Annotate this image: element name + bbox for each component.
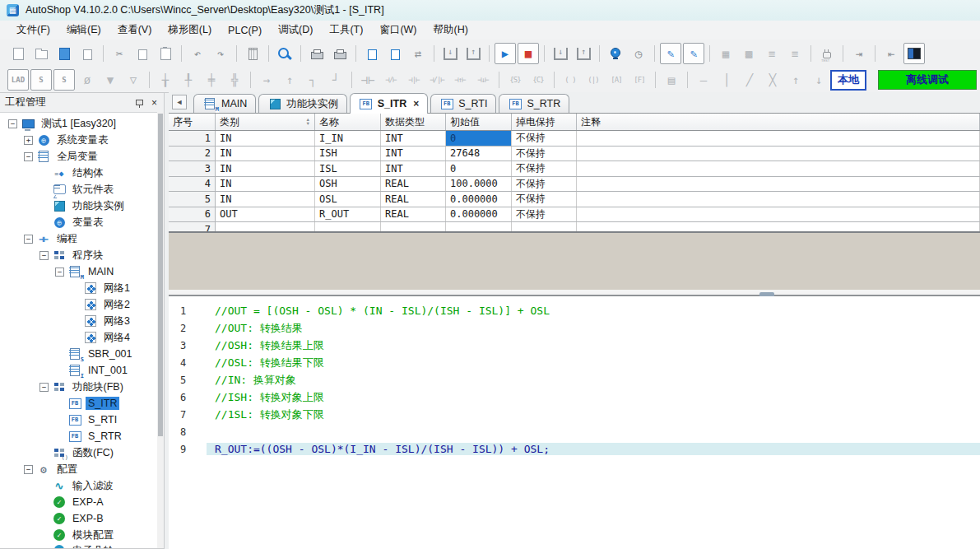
tree-item-22[interactable]: −配置 <box>0 461 157 477</box>
contact-n-button[interactable]: ⊣/|⊢ <box>426 69 448 91</box>
table-cell[interactable]: IN <box>216 192 315 207</box>
undo-button[interactable]: ↶ <box>187 43 208 64</box>
row-number-cell[interactable]: 6 <box>169 207 216 222</box>
line-up-button[interactable]: ↑ <box>785 69 806 91</box>
wire-corner-down-button[interactable]: ┐ <box>302 69 323 91</box>
close-icon[interactable]: × <box>151 98 157 108</box>
collapse-icon[interactable]: − <box>24 235 33 244</box>
arrow-hollow-down-button[interactable]: ▽ <box>123 69 144 91</box>
row-number-cell[interactable]: 4 <box>169 177 216 192</box>
copy-button[interactable] <box>132 43 153 64</box>
collapse-icon[interactable]: − <box>8 119 17 128</box>
table-cell[interactable]: OSH <box>315 177 381 192</box>
tree-item-25[interactable]: EXP-B <box>0 510 157 527</box>
table-cell[interactable]: OUT <box>216 207 315 222</box>
delete-cell-button[interactable]: ╬ <box>224 69 245 91</box>
code-line-text[interactable]: //1SL: 转换对象下限 <box>207 407 980 422</box>
arrow-solid-down-button[interactable]: ▼ <box>100 69 121 91</box>
table-cell[interactable] <box>577 161 980 176</box>
wire-right-button[interactable]: → <box>256 69 277 91</box>
table-cell[interactable]: 0.000000 <box>446 207 512 222</box>
save-all-button[interactable] <box>77 43 98 64</box>
table-cell[interactable]: I_IN <box>315 131 381 146</box>
h-line-button[interactable]: — <box>693 69 714 91</box>
login-button[interactable]: ⇥ <box>848 43 870 64</box>
tree-item-24[interactable]: EXP-A <box>0 494 157 510</box>
tab-s-rtr[interactable]: S_RTR <box>499 94 569 113</box>
download-program-button[interactable]: ↓ <box>550 43 571 64</box>
column-header-7[interactable]: 注释 <box>577 114 980 130</box>
table-cell[interactable] <box>577 147 980 161</box>
table-cell[interactable]: 0.000000 <box>446 192 512 207</box>
tree-item-8[interactable]: −编程 <box>0 230 157 247</box>
print-button[interactable] <box>329 43 351 64</box>
tab-s-itr[interactable]: S_ITR× <box>350 93 428 114</box>
coil-out-button[interactable]: ( ) <box>560 69 581 91</box>
menu-item-4[interactable]: 梯形图(L) <box>160 21 220 40</box>
tab--[interactable]: 功能块实例 <box>258 94 347 113</box>
tree-item-3[interactable]: −全局变量 <box>0 148 157 165</box>
table-cell[interactable]: IN <box>216 147 315 161</box>
insert-cell-button[interactable]: ╪ <box>201 69 222 91</box>
tree-item-14[interactable]: 网络4 <box>0 329 157 346</box>
collapse-icon[interactable]: − <box>24 152 33 161</box>
upload-program-button[interactable]: ↑ <box>573 43 594 64</box>
open-project-button[interactable] <box>30 43 52 64</box>
logout-button[interactable]: ⇤ <box>880 43 902 64</box>
local-mode-button[interactable]: 本地 <box>830 70 866 91</box>
insert-row-button[interactable]: ╁ <box>155 69 176 91</box>
memory-view-button[interactable] <box>903 43 925 64</box>
tree-item-2[interactable]: +系统变量表 <box>0 132 157 148</box>
contact-open-button[interactable]: ⊣⊢ <box>357 69 379 91</box>
paste-button[interactable] <box>155 43 176 64</box>
sfc-step-alt-button[interactable]: S <box>53 69 75 91</box>
table-cell[interactable]: 不保持 <box>512 192 577 207</box>
tree-item-7[interactable]: 变量表 <box>0 214 157 230</box>
offline-debug-button[interactable]: 离线调试 <box>878 70 977 90</box>
code-line-text[interactable]: //OSH: 转换结果上限 <box>207 338 980 353</box>
lad-mode-button[interactable]: LAD <box>7 69 29 91</box>
table-cell[interactable]: 0 <box>446 161 512 176</box>
column-header-3[interactable]: 名称 <box>315 114 381 130</box>
edit-monitor-button[interactable]: ✎ <box>660 43 681 64</box>
column-header-6[interactable]: 掉电保持 <box>512 114 577 130</box>
block-function-button[interactable]: [F] <box>629 69 650 91</box>
row-number-cell[interactable]: 5 <box>169 192 216 207</box>
table-cell[interactable]: ISH <box>315 147 381 161</box>
export-window-button[interactable] <box>384 43 406 64</box>
find-button[interactable] <box>274 43 295 64</box>
table-cell[interactable] <box>577 177 980 192</box>
split-line-button[interactable]: ≡ <box>784 43 806 64</box>
monitor-button[interactable] <box>605 43 626 64</box>
table-cell[interactable]: ISL <box>315 161 381 176</box>
print-preview-button[interactable] <box>306 43 327 64</box>
contact-closed-button[interactable]: ⊣/⊢ <box>380 69 402 91</box>
tree-item-23[interactable]: 输入滤波 <box>0 477 157 494</box>
delete-cross-button[interactable]: ╳ <box>762 69 783 91</box>
collapse-icon[interactable]: − <box>39 383 49 392</box>
tree-item-19[interactable]: S_RTI <box>0 412 157 428</box>
table-cell[interactable]: 27648 <box>446 147 512 161</box>
merge-line-button[interactable]: ≡ <box>761 43 783 64</box>
column-header-1[interactable]: 序号 <box>169 114 216 130</box>
row-number-cell[interactable]: 2 <box>169 147 216 161</box>
tree-item-4[interactable]: 结构体 <box>0 165 157 181</box>
table-cell[interactable]: 100.0000 <box>446 177 512 192</box>
copy-window-button[interactable] <box>361 43 383 64</box>
fb-convert-button[interactable]: ▦ <box>715 43 736 64</box>
compare-button[interactable]: ⇄ <box>407 43 429 64</box>
menu-item-5[interactable]: PLC(P) <box>220 22 270 39</box>
table-cell[interactable]: 0 <box>446 131 512 146</box>
menu-item-2[interactable]: 编辑(E) <box>58 21 109 40</box>
table-cell[interactable]: IN <box>216 131 315 146</box>
table-cell[interactable]: REAL <box>381 207 446 222</box>
delete-line-button[interactable]: ╱ <box>739 69 760 91</box>
coil-count-button[interactable]: {C} <box>527 69 549 91</box>
menu-item-3[interactable]: 查看(V) <box>109 21 160 40</box>
tree-item-9[interactable]: −程序块 <box>0 247 157 263</box>
append-row-button[interactable]: ╀ <box>178 69 199 91</box>
contact-rising-button[interactable]: ⊣↑⊢ <box>449 69 471 91</box>
table-cell[interactable]: INT <box>381 161 446 176</box>
row-number-cell[interactable]: 3 <box>169 161 216 176</box>
tree-scrollbar-thumb[interactable] <box>158 114 163 436</box>
